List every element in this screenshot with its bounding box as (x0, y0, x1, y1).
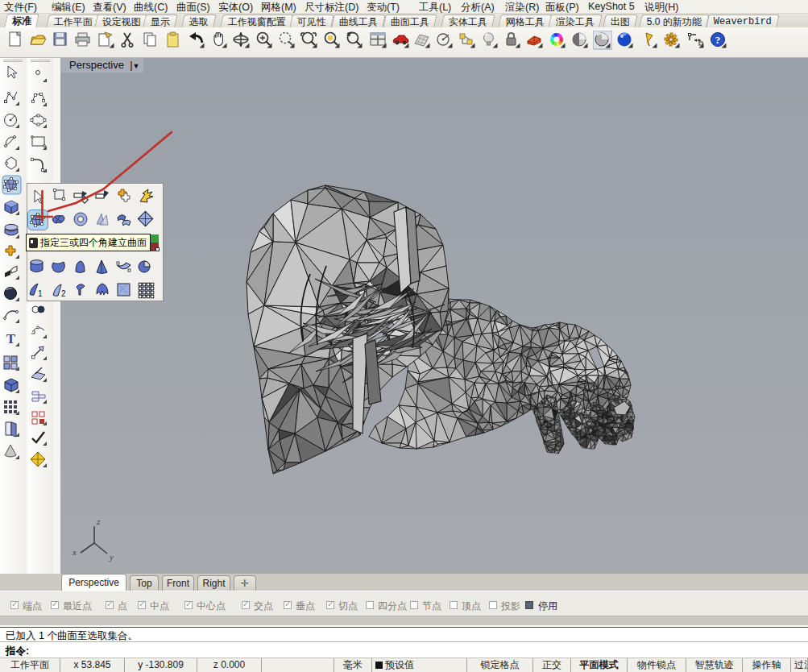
svg-text:?: ? (715, 34, 721, 46)
svg-text:T: T (6, 331, 16, 346)
svg-text:1: 1 (38, 289, 43, 298)
svg-text:2: 2 (61, 289, 66, 298)
